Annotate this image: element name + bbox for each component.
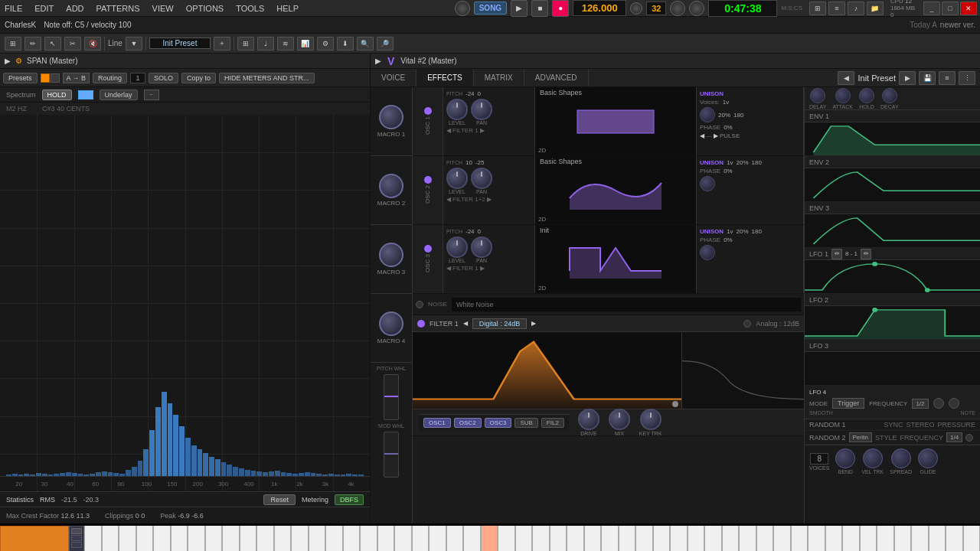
- osc3-pan-knob[interactable]: PAN: [471, 236, 492, 263]
- white-key-3[interactable]: [136, 526, 154, 551]
- mixer-icon[interactable]: ≡: [828, 2, 845, 15]
- white-key-40[interactable]: [773, 526, 791, 551]
- select-button[interactable]: ↖: [44, 37, 61, 51]
- filter-drive-knob[interactable]: [578, 409, 599, 430]
- white-key-27[interactable]: [550, 526, 567, 551]
- record-button[interactable]: ●: [552, 0, 569, 17]
- osc1-wave[interactable]: Basic Shapes 2D: [535, 87, 697, 155]
- menu-file[interactable]: FILE: [3, 4, 24, 13]
- preset-save-btn[interactable]: 💾: [919, 71, 936, 85]
- snap-button[interactable]: ⊞: [5, 37, 21, 51]
- trigger-note-icon[interactable]: [933, 398, 944, 409]
- minimize-button[interactable]: _: [923, 2, 940, 15]
- temp-btn[interactable]: 📊: [297, 37, 314, 51]
- macro4-knob[interactable]: [379, 311, 403, 336]
- white-key-30[interactable]: [601, 526, 619, 551]
- menu-edit[interactable]: EDIT: [33, 4, 55, 13]
- osc1-pan-knob[interactable]: PAN: [471, 99, 492, 126]
- spread-knob[interactable]: [891, 448, 911, 468]
- tab-advanced[interactable]: ADVANCED: [524, 69, 589, 86]
- env1-graph[interactable]: [805, 122, 980, 155]
- filter1-enable[interactable]: [417, 320, 425, 328]
- event-btn[interactable]: ≋: [277, 37, 294, 51]
- osc2-pan-knob[interactable]: PAN: [471, 168, 492, 194]
- channel-b-btn[interactable]: [51, 73, 60, 83]
- play-button[interactable]: ▶: [511, 0, 528, 17]
- dbfs-button[interactable]: DBFS: [335, 494, 364, 505]
- osc1-enable[interactable]: [424, 107, 432, 115]
- white-key-46[interactable]: [877, 526, 894, 551]
- preset-prev-btn[interactable]: ◀: [838, 71, 854, 85]
- lfo1-edit-btn[interactable]: ✏: [831, 249, 842, 259]
- white-key-21[interactable]: [446, 526, 464, 551]
- macro2-knob[interactable]: [379, 174, 403, 198]
- white-key-12[interactable]: [291, 526, 309, 551]
- white-key-18[interactable]: [394, 526, 412, 551]
- control-btn[interactable]: ⚙: [317, 37, 334, 51]
- routing-button[interactable]: Routing: [93, 73, 127, 83]
- menu-view[interactable]: VIEW: [151, 4, 175, 13]
- white-key-14[interactable]: [325, 526, 343, 551]
- white-key-32[interactable]: [635, 526, 653, 551]
- pitch-wheel[interactable]: [384, 374, 399, 420]
- filter-osc3-btn[interactable]: OSC3: [485, 418, 512, 428]
- env-decay-knob[interactable]: [882, 88, 897, 103]
- vital-arrow[interactable]: ▶: [375, 57, 381, 65]
- osc3-wave[interactable]: Init 2D: [535, 225, 697, 293]
- white-key-35[interactable]: [688, 526, 705, 551]
- white-key-42[interactable]: [808, 526, 825, 551]
- song-mode-button[interactable]: SONG: [474, 2, 507, 15]
- menu-patterns[interactable]: PATTERNS: [95, 4, 142, 13]
- white-key-33[interactable]: [653, 526, 671, 551]
- osc2-unison-knob[interactable]: [700, 176, 715, 191]
- lfo3-graph[interactable]: [805, 352, 980, 385]
- random2-style-select[interactable]: Perlin: [849, 432, 872, 442]
- pattern-icon[interactable]: ⊞: [809, 2, 826, 15]
- pitch-knob[interactable]: [670, 1, 685, 16]
- white-key-36[interactable]: [704, 526, 722, 551]
- osc3-level-knob[interactable]: LEVEL: [446, 236, 468, 263]
- tab-matrix[interactable]: MATRIX: [474, 69, 524, 86]
- pattern-name-display[interactable]: Init Preset: [149, 37, 211, 49]
- menu-add[interactable]: ADD: [64, 4, 85, 13]
- white-key-47[interactable]: [894, 526, 912, 551]
- white-key-11[interactable]: [274, 526, 292, 551]
- filter-fil2-btn[interactable]: FIL2: [541, 418, 564, 428]
- piano-keyboard[interactable]: [84, 526, 980, 551]
- menu-options[interactable]: OPTIONS: [185, 4, 226, 13]
- white-key-15[interactable]: [343, 526, 361, 551]
- filter-sub-btn[interactable]: SUB: [514, 418, 537, 428]
- white-key-39[interactable]: [756, 526, 774, 551]
- filter1-resize-handle[interactable]: [672, 401, 678, 407]
- white-key-19[interactable]: [412, 526, 430, 551]
- trigger-mode-select[interactable]: Trigger: [832, 398, 864, 409]
- ab-btn[interactable]: A → B: [63, 73, 90, 83]
- white-key-51[interactable]: [963, 526, 981, 551]
- white-key-34[interactable]: [670, 526, 688, 551]
- osc2-level-knob[interactable]: LEVEL: [446, 168, 468, 194]
- step-seq-btn[interactable]: ⊞: [237, 37, 254, 51]
- filter-osc1-btn[interactable]: OSC1: [423, 418, 451, 428]
- env2-graph[interactable]: [805, 168, 980, 201]
- zoom-out-btn[interactable]: 🔎: [377, 37, 394, 51]
- white-key-23[interactable]: [481, 526, 498, 551]
- lfo2-graph[interactable]: [805, 306, 980, 339]
- vel-trk-knob[interactable]: [863, 448, 883, 468]
- filter-keytrk-knob[interactable]: [640, 409, 662, 430]
- osc1-filter-arrow-r[interactable]: ▶: [480, 127, 485, 134]
- color-btn[interactable]: [78, 90, 93, 99]
- white-key-9[interactable]: [240, 526, 257, 551]
- hide-meters-button[interactable]: HIDE METERS AND STR...: [219, 73, 315, 83]
- white-key-7[interactable]: [205, 526, 223, 551]
- filter1-type-btn[interactable]: Digital : 24dB: [472, 318, 528, 329]
- piano-icon[interactable]: ♪: [848, 2, 864, 15]
- minus-btn[interactable]: −: [144, 90, 159, 100]
- mod-wheel[interactable]: [384, 432, 399, 478]
- osc1-unison-knob[interactable]: [700, 107, 715, 122]
- delete-button[interactable]: ✂: [64, 37, 81, 51]
- osc1-filter-arrow-l[interactable]: ◀: [446, 127, 451, 134]
- trigger-smooth-icon[interactable]: [949, 398, 959, 409]
- copy-to-button[interactable]: Copy to: [181, 73, 216, 83]
- white-key-38[interactable]: [739, 526, 756, 551]
- master-volume-knob[interactable]: [455, 1, 470, 16]
